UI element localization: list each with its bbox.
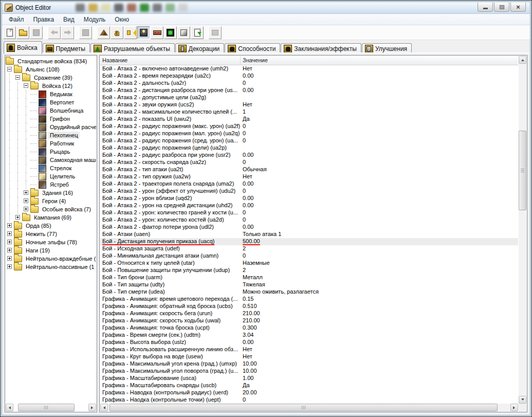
property-row[interactable]: Бой - Минимальная дистанция атаки (uamn)… (100, 252, 518, 260)
property-row[interactable]: Графика - Анимация: скорость бега (urun)… (100, 310, 518, 317)
tree-item[interactable]: Кампания (69) (6, 213, 96, 222)
tree-item[interactable]: Здания (16) (6, 189, 96, 197)
collapse-expander[interactable] (14, 74, 22, 82)
property-row[interactable]: Бой - Атака 2 - звуки оружия (ucs2)Нет (100, 101, 518, 108)
tab-Способности[interactable]: Способности (225, 43, 280, 54)
expand-expander[interactable] (22, 189, 30, 197)
tree-item[interactable]: Стрелок (6, 164, 96, 172)
property-row[interactable]: Графика - Масштабировать снаряды (uscb)Д… (100, 382, 518, 389)
maximize-button[interactable] (494, 3, 509, 12)
new-document-button[interactable] (3, 26, 16, 39)
tree-item[interactable]: Особые войска (7) (6, 205, 96, 213)
scroll-down-button[interactable] (519, 396, 526, 404)
expand-expander[interactable] (22, 197, 30, 205)
property-row[interactable]: Бой - Атака 2 - радиус поражения (цели) … (100, 144, 518, 152)
titlebar[interactable]: Object Editor × (2, 2, 530, 14)
property-row[interactable]: Бой - Атака 2 - радиус поражения (макс. … (100, 123, 518, 130)
tree-item[interactable]: Орудийный расчет (6, 123, 96, 131)
property-row[interactable]: Графика - Анимация: точка броска (ucpt)0… (100, 324, 518, 332)
terrain-editor-button[interactable] (97, 26, 110, 39)
expand-expander[interactable] (6, 263, 14, 271)
tree-item[interactable]: Самоходная машина (6, 156, 96, 164)
tree-item[interactable]: Работник (6, 139, 96, 148)
minimize-button[interactable] (478, 3, 493, 12)
table-hscroll-thumb[interactable] (109, 404, 498, 411)
property-row[interactable]: Графика - Наодка (контрольные точки) (ue… (100, 396, 518, 404)
tab-Разрушаемые объекты[interactable]: Разрушаемые объекты (90, 43, 175, 54)
property-row[interactable]: Бой - Атака 2 - урон на средней дистанци… (100, 202, 518, 209)
property-row[interactable]: Бой - Атака 2 - включено автонаведение (… (100, 65, 518, 72)
tree-horizontal-scrollbar[interactable] (6, 404, 96, 411)
property-row[interactable]: Графика - Анимация: скорость ходьбы (uwa… (100, 317, 518, 324)
tree-item[interactable]: Орда (85) (6, 222, 96, 230)
scroll-left-button[interactable] (6, 404, 13, 411)
table-horizontal-scrollbar[interactable] (100, 404, 518, 411)
menu-Вид[interactable]: Вид (59, 14, 79, 25)
scroll-right-button[interactable] (510, 404, 518, 411)
tree-item[interactable]: Волшебница (6, 106, 96, 115)
object-manager-button[interactable] (177, 26, 190, 39)
import-manager-button[interactable] (191, 26, 204, 39)
tree-item[interactable]: Герои (4) (6, 197, 96, 205)
property-row[interactable]: Бой - Атака 2 - фактор потери урона (udl… (100, 224, 518, 231)
property-row[interactable]: Бой - Атака 2 - максимальное количество … (100, 108, 518, 116)
ai-editor-button[interactable] (164, 26, 177, 39)
property-row[interactable]: Бой - Атака 2 - урон: количество граней … (100, 209, 518, 216)
column-header-name[interactable]: Название (100, 56, 241, 65)
table-vertical-scrollbar[interactable] (519, 56, 526, 404)
tree-hscroll-thumb[interactable] (18, 404, 75, 411)
property-row[interactable]: Бой - Атака 2 - дальность (ua2r)0 (100, 80, 518, 87)
property-row[interactable]: Графика - Высота выбора (uslz)0.00 (100, 339, 518, 346)
tree-item[interactable]: Ястреб (6, 180, 96, 189)
property-row[interactable]: Графика - Масштабирование (usca)1.00 (100, 375, 518, 382)
property-row[interactable]: Бой - Тип защиты (udty)Тяжелая (100, 281, 518, 288)
property-row[interactable]: Графика - Анимация: обратный ход броска … (100, 303, 518, 310)
tree-item[interactable]: Войска (12) (6, 82, 96, 90)
tab-Улучшения[interactable]: Улучшения (362, 43, 412, 54)
property-row[interactable]: Бой - Дистанция получения приказа (uacq)… (100, 238, 518, 245)
tree-item[interactable]: Нейтрально-пассивные (1 (6, 263, 96, 271)
tree-item[interactable]: Сражение (39) (6, 74, 96, 82)
property-row[interactable]: Бой - Повышение защиты при улучшении (ud… (100, 267, 518, 274)
property-row[interactable]: Бой - Атака 2 - дистанция разброса при у… (100, 87, 518, 94)
tab-Декорации[interactable]: Декорации (175, 43, 225, 54)
property-row[interactable]: Графика - Максимальный угол поворота (гр… (100, 368, 518, 375)
menu-Правка[interactable]: Правка (29, 14, 59, 25)
property-row[interactable]: Бой - Относится к типу целей (utar)Назем… (100, 260, 518, 267)
property-row[interactable]: Бой - Атака 2 - показать UI (uwu2)Да (100, 116, 518, 123)
property-row[interactable]: Бой - Атака 2 - радиус разброса при урон… (100, 152, 518, 159)
tree-item[interactable]: Вертолет (6, 98, 96, 106)
menu-Окно[interactable]: Окно (110, 14, 134, 25)
expand-expander[interactable] (6, 222, 14, 230)
property-row[interactable]: Графика - Анимация: время цветового пере… (100, 296, 518, 303)
tab-Войска[interactable]: Войска (4, 41, 42, 54)
tree-item[interactable]: Наги (19) (6, 246, 96, 255)
property-row[interactable]: Бой - Атака 2 - радиус поражения (сред. … (100, 137, 518, 144)
expand-expander[interactable] (6, 246, 14, 255)
scroll-up-button[interactable] (519, 56, 526, 64)
tree-item[interactable]: Ведьмак (6, 90, 96, 98)
property-row[interactable]: Графика - Круг выбора на воде (usew)Нет (100, 353, 518, 360)
property-row[interactable]: Бой - Атака 2 - время перезарядки (ua2c)… (100, 72, 518, 80)
trigger-editor-button[interactable]: a (111, 26, 123, 39)
tree-item[interactable]: Стандартные войска (834) (6, 57, 96, 65)
property-row[interactable]: Бой - Атака 2 - урон: количество костей … (100, 216, 518, 224)
property-row[interactable]: Бой - Атака 2 - допустимые цели (ua2g) (100, 94, 518, 101)
property-row[interactable]: Бой - Исходная защита (udef)2 (100, 245, 518, 252)
tree-item[interactable]: Альянс (108) (6, 65, 96, 74)
property-row[interactable]: Бой - Атаки (uaen)Только атака 1 (100, 231, 518, 238)
tree-item[interactable]: Нейтрально-враждебные ( (6, 255, 96, 263)
scroll-right-button[interactable] (88, 404, 96, 411)
expand-expander[interactable] (6, 255, 14, 263)
menu-Файл[interactable]: Файл (4, 14, 29, 25)
tab-Заклинания/эффекты[interactable]: Заклинания/эффекты (281, 43, 361, 54)
open-folder-button[interactable] (16, 26, 29, 39)
tree-item[interactable]: Пехотинец (6, 131, 96, 139)
property-row[interactable]: Бой - Тип смерти (udea)Можно оживить, ра… (100, 288, 518, 296)
property-row[interactable]: Бой - Атака 2 - траектория полета снаряд… (100, 180, 518, 188)
column-header-value[interactable]: Значение (241, 56, 518, 65)
menu-Модуль[interactable]: Модуль (79, 14, 111, 25)
property-row[interactable]: Бой - Атака 2 - скорость снаряда (ua2z)0 (100, 159, 518, 166)
campaign-editor-button[interactable] (151, 26, 163, 39)
property-row[interactable]: Графика - Использовать расширенную линию… (100, 346, 518, 353)
